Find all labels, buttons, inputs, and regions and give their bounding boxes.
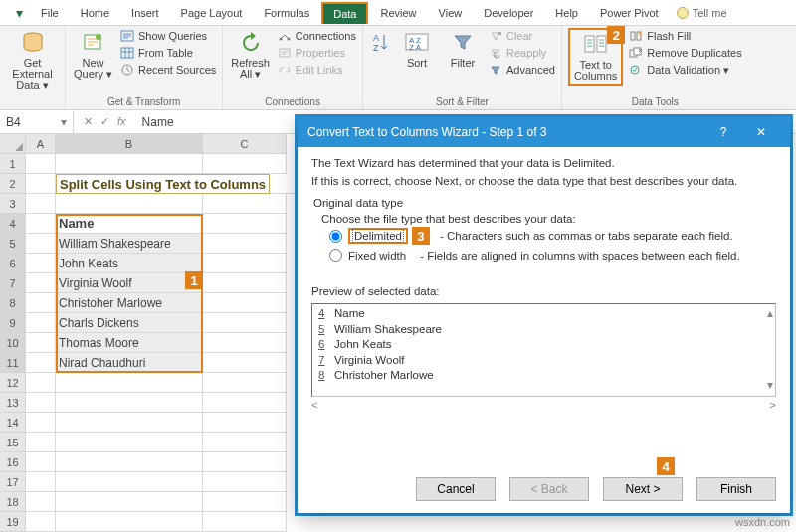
- quick-access-caret[interactable]: ▾: [16, 5, 23, 21]
- cell[interactable]: [203, 293, 287, 313]
- tab-developer[interactable]: Developer: [474, 3, 543, 23]
- flash-fill-button[interactable]: Flash Fill: [629, 28, 741, 44]
- cell[interactable]: Nirad Chaudhuri: [56, 353, 203, 373]
- sort-asc-button[interactable]: AZ: [369, 28, 391, 58]
- cell[interactable]: [56, 452, 203, 472]
- cell[interactable]: [26, 333, 56, 353]
- properties-button[interactable]: Properties: [278, 45, 356, 61]
- row-header[interactable]: 9: [0, 313, 26, 333]
- cell[interactable]: [26, 254, 56, 273]
- col-header-b[interactable]: B: [56, 134, 203, 154]
- row-header[interactable]: 4: [0, 214, 26, 234]
- row-header[interactable]: 7: [0, 273, 26, 293]
- advanced-filter-button[interactable]: Advanced: [489, 62, 555, 78]
- cell[interactable]: [26, 353, 56, 373]
- connections-button[interactable]: Connections: [278, 28, 356, 44]
- cancel-button[interactable]: Cancel: [416, 477, 496, 501]
- tab-data[interactable]: Data: [321, 2, 368, 24]
- tab-home[interactable]: Home: [71, 3, 119, 23]
- tab-powerpivot[interactable]: Power Pivot: [590, 3, 669, 23]
- cell[interactable]: [26, 452, 56, 472]
- scroll-left-icon[interactable]: <: [311, 399, 318, 411]
- row-header[interactable]: 14: [0, 413, 26, 433]
- cell[interactable]: [203, 373, 287, 393]
- row-header[interactable]: 13: [0, 393, 26, 413]
- cell[interactable]: [203, 452, 287, 472]
- cell[interactable]: [203, 333, 287, 353]
- cell[interactable]: [203, 492, 287, 512]
- cell[interactable]: [26, 373, 56, 393]
- cell[interactable]: Charls Dickens: [56, 313, 203, 333]
- cell[interactable]: [56, 492, 203, 512]
- tab-review[interactable]: Review: [370, 3, 426, 23]
- cell[interactable]: Christoher Marlowe: [56, 293, 203, 313]
- cell[interactable]: [203, 234, 287, 254]
- cell[interactable]: [203, 194, 287, 214]
- fx-icon[interactable]: fx: [117, 115, 126, 128]
- enter-formula-icon[interactable]: ✓: [100, 115, 109, 128]
- get-external-data-button[interactable]: Get External Data ▾: [6, 28, 59, 92]
- cell[interactable]: [26, 413, 56, 433]
- cell[interactable]: [56, 433, 203, 452]
- cell[interactable]: [203, 254, 287, 273]
- name-box[interactable]: B4▾: [0, 110, 74, 133]
- tab-file[interactable]: File: [31, 3, 69, 23]
- sort-button[interactable]: A ZZ A Sort: [397, 28, 437, 71]
- cell[interactable]: [26, 194, 56, 214]
- cell[interactable]: [203, 393, 287, 413]
- row-header[interactable]: 5: [0, 234, 26, 254]
- cell[interactable]: John Keats: [56, 254, 203, 273]
- cell[interactable]: [203, 353, 287, 373]
- row-header[interactable]: 10: [0, 333, 26, 353]
- tab-view[interactable]: View: [429, 3, 473, 23]
- cell[interactable]: [26, 472, 56, 492]
- cell[interactable]: [203, 433, 287, 452]
- clear-filter-button[interactable]: Clear: [489, 28, 555, 44]
- row-header[interactable]: 6: [0, 254, 26, 273]
- row-header[interactable]: 17: [0, 472, 26, 492]
- cell[interactable]: [56, 472, 203, 492]
- cell[interactable]: [26, 433, 56, 452]
- cell[interactable]: [26, 174, 56, 194]
- row-header[interactable]: 16: [0, 452, 26, 472]
- fixed-width-radio[interactable]: [329, 249, 342, 262]
- cell[interactable]: [203, 472, 287, 492]
- finish-button[interactable]: Finish: [696, 477, 776, 501]
- cell[interactable]: [203, 154, 287, 174]
- cell[interactable]: [203, 273, 287, 293]
- row-header[interactable]: 19: [0, 512, 26, 532]
- cell[interactable]: [56, 373, 203, 393]
- cell[interactable]: [26, 154, 56, 174]
- cell[interactable]: [26, 393, 56, 413]
- cell[interactable]: [203, 512, 287, 532]
- back-button[interactable]: < Back: [509, 477, 589, 501]
- close-button[interactable]: ✕: [742, 117, 780, 147]
- scroll-up-icon[interactable]: ▴: [767, 306, 773, 322]
- scroll-right-icon[interactable]: >: [769, 399, 776, 411]
- tab-pagelayout[interactable]: Page Layout: [171, 3, 253, 23]
- filter-button[interactable]: Filter: [443, 28, 483, 71]
- cell[interactable]: [203, 313, 287, 333]
- from-table-button[interactable]: From Table: [120, 45, 216, 61]
- recent-sources-button[interactable]: Recent Sources: [120, 62, 216, 78]
- cell[interactable]: [26, 234, 56, 254]
- row-header[interactable]: 18: [0, 492, 26, 512]
- cell[interactable]: Name: [56, 214, 203, 234]
- new-query-button[interactable]: New Query ▾: [72, 28, 114, 82]
- row-header[interactable]: 15: [0, 433, 26, 452]
- edit-links-button[interactable]: Edit Links: [278, 62, 356, 78]
- row-header[interactable]: 3: [0, 194, 26, 214]
- option-fixed-row[interactable]: Fixed width - Fields are aligned in colu…: [329, 249, 776, 262]
- cell[interactable]: [56, 154, 203, 174]
- cell[interactable]: [26, 313, 56, 333]
- remove-duplicates-button[interactable]: Remove Duplicates: [629, 45, 741, 61]
- cell[interactable]: [26, 273, 56, 293]
- cell[interactable]: Split Cells Using Text to Columns: [56, 174, 270, 194]
- option-delimited-row[interactable]: Delimited 3 - Characters such as commas …: [329, 227, 776, 245]
- cell[interactable]: Thomas Moore: [56, 333, 203, 353]
- col-header-c[interactable]: C: [203, 134, 287, 154]
- cell[interactable]: [56, 194, 203, 214]
- help-button[interactable]: ?: [704, 117, 742, 147]
- cell[interactable]: [26, 492, 56, 512]
- data-validation-button[interactable]: Data Validation ▾: [629, 62, 741, 78]
